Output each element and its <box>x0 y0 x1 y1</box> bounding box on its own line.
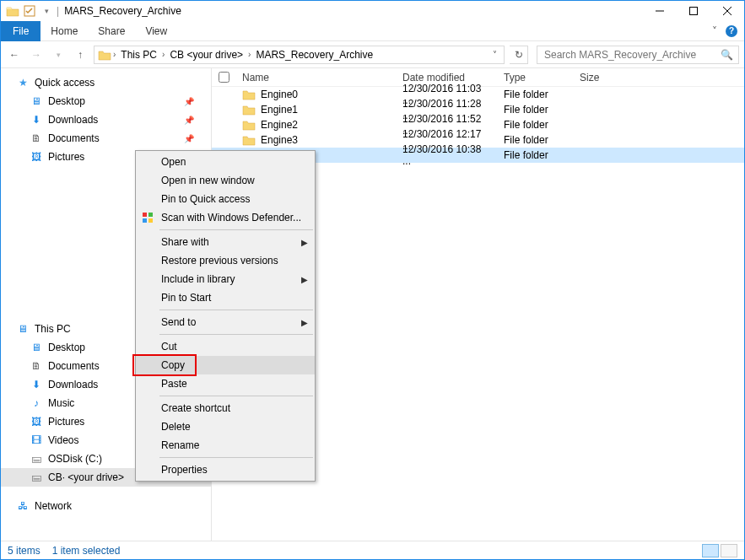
folder-icon <box>242 133 256 147</box>
file-name: Engine0 <box>261 89 298 100</box>
cm-paste[interactable]: Paste <box>136 374 315 393</box>
file-type: File folder <box>497 89 573 100</box>
breadcrumb-item[interactable]: MARS_Recovery_Archive <box>252 49 376 61</box>
thumbnails-view-button[interactable] <box>721 544 737 557</box>
context-menu: Open Open in new window Pin to Quick acc… <box>135 150 316 482</box>
cm-include-library[interactable]: Include in library▶ <box>136 270 315 288</box>
select-all-checkbox[interactable] <box>219 72 229 83</box>
file-tab[interactable]: File <box>1 21 40 41</box>
file-type: File folder <box>497 104 573 116</box>
cm-open-new-window[interactable]: Open in new window <box>136 171 315 190</box>
column-size[interactable]: Size <box>573 72 624 83</box>
cm-rename[interactable]: Rename <box>136 436 315 455</box>
ribbon-bar: File Home Share View ˅ ? <box>1 21 744 41</box>
file-name: Engine2 <box>261 119 298 131</box>
pin-icon: 📌 <box>184 97 194 106</box>
pin-icon: 📌 <box>184 134 194 143</box>
window-title: MARS_Recovery_Archive <box>64 5 181 17</box>
folder-icon <box>242 88 256 101</box>
pictures-icon: 🖼 <box>30 415 43 428</box>
star-icon: ★ <box>16 76 30 89</box>
search-icon[interactable]: 🔍 <box>721 49 733 61</box>
downloads-icon: ⬇ <box>30 113 43 127</box>
status-selected: 1 item selected <box>52 545 121 557</box>
svg-rect-7 <box>143 218 147 223</box>
close-button[interactable] <box>710 1 744 21</box>
tree-network[interactable]: 🖧 Network <box>1 497 211 515</box>
svg-rect-2 <box>690 8 698 15</box>
forward-button[interactable]: → <box>28 46 45 63</box>
cm-separator <box>159 396 313 396</box>
videos-icon: 🎞 <box>30 433 43 447</box>
breadcrumb-item[interactable]: This PC <box>117 49 160 61</box>
minimize-button[interactable] <box>643 1 677 21</box>
svg-rect-6 <box>148 213 153 217</box>
folder-icon <box>242 118 256 132</box>
documents-icon: 🗎 <box>30 359 43 373</box>
status-count: 5 items <box>8 545 40 557</box>
cm-pin-quick-access[interactable]: Pin to Quick access <box>136 190 315 208</box>
chevron-right-icon[interactable]: › <box>113 50 116 59</box>
cm-properties[interactable]: Properties <box>136 460 315 479</box>
maximize-button[interactable] <box>677 1 710 21</box>
cm-create-shortcut[interactable]: Create shortcut <box>136 399 315 417</box>
cm-pin-start[interactable]: Pin to Start <box>136 288 315 307</box>
qat-dropdown-icon[interactable]: ▾ <box>40 4 53 18</box>
file-name: Engine3 <box>261 134 298 146</box>
submenu-arrow-icon: ▶ <box>301 238 308 247</box>
home-tab[interactable]: Home <box>40 21 88 41</box>
column-date[interactable]: Date modified <box>396 72 497 83</box>
nav-bar: ← → ▾ ↑ › This PC › CB <your drive> › MA… <box>1 41 744 68</box>
search-input[interactable] <box>543 48 721 62</box>
file-type: File folder <box>497 149 573 161</box>
cm-cut[interactable]: Cut <box>136 337 315 356</box>
ribbon-expand-icon[interactable]: ˅ <box>712 25 717 37</box>
documents-icon: 🗎 <box>30 132 43 145</box>
pc-icon: 🖥 <box>16 322 30 336</box>
submenu-arrow-icon: ▶ <box>301 318 308 327</box>
cm-send-to[interactable]: Send to▶ <box>136 313 315 331</box>
shield-icon <box>141 211 154 224</box>
view-tab[interactable]: View <box>135 21 177 41</box>
chevron-right-icon[interactable]: › <box>162 50 165 59</box>
breadcrumb[interactable]: › This PC › CB <your drive> › MARS_Recov… <box>94 46 505 64</box>
drive-icon: 🖴 <box>30 452 43 466</box>
share-tab[interactable]: Share <box>88 21 135 41</box>
folder-icon <box>242 103 256 116</box>
refresh-button[interactable]: ↻ <box>510 46 528 64</box>
desktop-icon: 🖥 <box>30 94 43 108</box>
cm-separator <box>159 457 313 458</box>
file-date: 12/30/2016 10:38 ... <box>396 143 497 167</box>
tree-desktop[interactable]: 🖥 Desktop📌 <box>1 92 211 110</box>
cm-restore-versions[interactable]: Restore previous versions <box>136 251 315 270</box>
submenu-arrow-icon: ▶ <box>301 275 308 284</box>
chevron-right-icon[interactable]: › <box>248 50 251 59</box>
folder-icon <box>98 48 111 62</box>
search-box[interactable]: 🔍 <box>537 46 739 64</box>
recent-dropdown-icon[interactable]: ▾ <box>50 46 67 63</box>
column-type[interactable]: Type <box>497 72 573 83</box>
tree-downloads[interactable]: ⬇ Downloads📌 <box>1 110 211 129</box>
title-bar: ▾ | MARS_Recovery_Archive <box>1 1 744 21</box>
breadcrumb-dropdown-icon[interactable]: ˅ <box>489 50 500 59</box>
breadcrumb-item[interactable]: CB <your drive> <box>166 49 246 61</box>
column-name[interactable]: Name <box>235 72 396 83</box>
up-button[interactable]: ↑ <box>72 46 89 63</box>
details-view-button[interactable] <box>702 544 719 557</box>
cm-share-with[interactable]: Share with▶ <box>136 233 315 251</box>
help-icon[interactable]: ? <box>726 25 737 37</box>
cm-open[interactable]: Open <box>136 153 315 171</box>
cm-delete[interactable]: Delete <box>136 417 315 436</box>
back-button[interactable]: ← <box>6 46 23 63</box>
cm-scan-defender[interactable]: Scan with Windows Defender... <box>136 208 315 227</box>
cm-copy[interactable]: Copy <box>136 356 315 374</box>
tree-quick-access[interactable]: ★ Quick access <box>1 73 211 92</box>
title-separator: | <box>57 5 59 17</box>
file-name: Engine1 <box>261 104 298 116</box>
column-check[interactable] <box>212 69 235 85</box>
svg-rect-8 <box>148 218 153 223</box>
qat-properties-icon[interactable] <box>23 4 36 18</box>
drive-icon: 🖴 <box>30 471 43 484</box>
downloads-icon: ⬇ <box>30 378 43 391</box>
tree-documents[interactable]: 🗎 Documents📌 <box>1 129 211 148</box>
